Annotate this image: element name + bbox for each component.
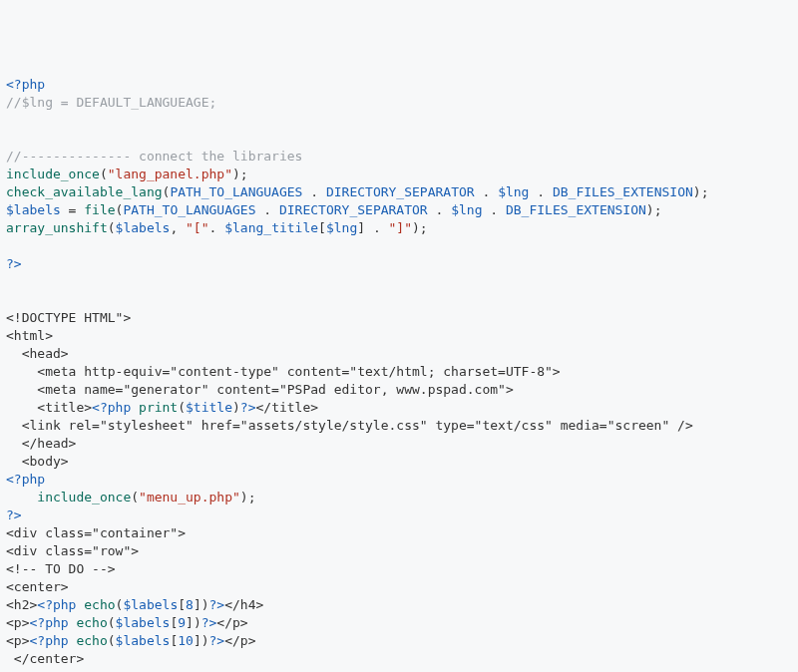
function-call: array_unshift (6, 220, 108, 235)
bracket: ] (194, 633, 201, 648)
constant: DIRECTORY_SEPARATOR (279, 202, 428, 217)
function-call: include_once (6, 167, 100, 181)
variable: $labels (116, 615, 171, 630)
html-line: <meta name="generator" content="PSPad ed… (6, 382, 514, 397)
comma: , (170, 220, 186, 235)
function-call: file (84, 202, 115, 217)
number: 9 (178, 615, 186, 630)
php-close-tag: ?> (201, 615, 217, 630)
php-close-tag: ?> (209, 633, 225, 648)
constant: DB_FILES_EXTENSION (506, 202, 646, 217)
php-close-tag: ?> (209, 597, 225, 612)
variable: $lng (326, 220, 357, 235)
html-line: <p> (6, 615, 29, 630)
operator-dot: . (255, 202, 278, 217)
paren: ( (108, 220, 116, 235)
variable: $labels (116, 633, 171, 648)
php-open-tag: <?php (6, 472, 45, 487)
variable: $labels (116, 220, 171, 235)
space (131, 400, 139, 415)
function-call: echo (84, 597, 115, 612)
html-line: <head> (6, 346, 69, 361)
paren: ) (232, 400, 240, 415)
html-line: <!-- TO DO --> (6, 561, 116, 576)
html-line: <p> (6, 633, 29, 648)
bracket: [ (318, 220, 326, 235)
variable: $labels (6, 202, 61, 217)
bracket: ] (186, 615, 194, 630)
html-line: </p> (224, 633, 255, 648)
php-open-tag: <?php (6, 77, 45, 92)
operator-dot: . (209, 220, 225, 235)
string-literal: "menu_up.php" (139, 490, 240, 504)
paren: ( (100, 167, 108, 181)
html-line: </title> (255, 400, 318, 415)
html-line: </center> (6, 651, 84, 666)
html-line: </h4> (224, 597, 263, 612)
html-line: <!DOCTYPE HTML"> (6, 310, 131, 325)
operator-dot: . (475, 184, 498, 199)
bracket: [ (178, 597, 186, 612)
paren: ); (646, 202, 662, 217)
string-literal: "]" (389, 220, 412, 235)
paren: ); (693, 184, 709, 199)
indent (6, 490, 37, 504)
variable: $lng (451, 202, 482, 217)
bracket: ] (194, 597, 201, 612)
number: 8 (186, 597, 194, 612)
operator-dot: . (365, 220, 388, 235)
constant: PATH_TO_LANGUAGES (123, 202, 255, 217)
operator-dot: . (529, 184, 552, 199)
php-open-tag: <?php (29, 615, 68, 630)
function-call: print (139, 400, 178, 415)
paren: ); (412, 220, 428, 235)
php-open-tag: <?php (29, 633, 68, 648)
paren: ) (194, 615, 201, 630)
comment: //$lng = DEFAULT_LANGUEAGE; (6, 95, 216, 110)
operator-dot: . (302, 184, 325, 199)
html-line: <title> (6, 400, 92, 415)
constant: DB_FILES_EXTENSION (553, 184, 693, 199)
html-line: <html> (6, 328, 53, 343)
html-line: </p> (216, 615, 247, 630)
php-open-tag: <?php (37, 597, 76, 612)
paren: ( (108, 633, 116, 648)
php-open-tag: <?php (92, 400, 131, 415)
variable: $lang_titile (224, 220, 318, 235)
string-literal: "lang_panel.php" (108, 167, 232, 181)
constant: DIRECTORY_SEPARATOR (326, 184, 475, 199)
html-line: <center> (6, 579, 69, 594)
number: 10 (178, 633, 194, 648)
comment: //-------------- connect the libraries (6, 149, 302, 164)
paren: ( (108, 615, 116, 630)
function-call: echo (76, 633, 107, 648)
paren: ); (232, 167, 248, 181)
html-line: <h2> (6, 597, 37, 612)
constant: PATH_TO_LANGUAGES (170, 184, 302, 199)
function-call: echo (76, 615, 107, 630)
paren: ) (201, 633, 209, 648)
bracket: ] (357, 220, 365, 235)
code-block: <?php //$lng = DEFAULT_LANGUEAGE; //----… (6, 76, 792, 672)
string-literal: "[" (186, 220, 208, 235)
html-line: <div class="container"> (6, 525, 186, 540)
function-call: include_once (37, 490, 131, 504)
php-close-tag: ?> (6, 507, 22, 522)
paren: ); (240, 490, 256, 504)
html-line: </head> (6, 436, 76, 451)
php-close-tag: ?> (6, 256, 22, 271)
operator-eq: = (61, 202, 84, 217)
operator-dot: . (428, 202, 451, 217)
function-call: check_available_lang (6, 184, 163, 199)
variable: $lng (498, 184, 529, 199)
paren: ) (201, 597, 209, 612)
html-line: <body> (6, 454, 69, 469)
php-close-tag: ?> (240, 400, 256, 415)
html-line: <div class="row"> (6, 543, 139, 558)
paren: ( (178, 400, 186, 415)
variable: $title (186, 400, 232, 415)
variable: $labels (123, 597, 178, 612)
operator-dot: . (482, 202, 505, 217)
html-line: <meta http-equiv="content-type" content=… (6, 364, 561, 379)
html-line: <link rel="stylesheet" href="assets/styl… (6, 418, 693, 433)
